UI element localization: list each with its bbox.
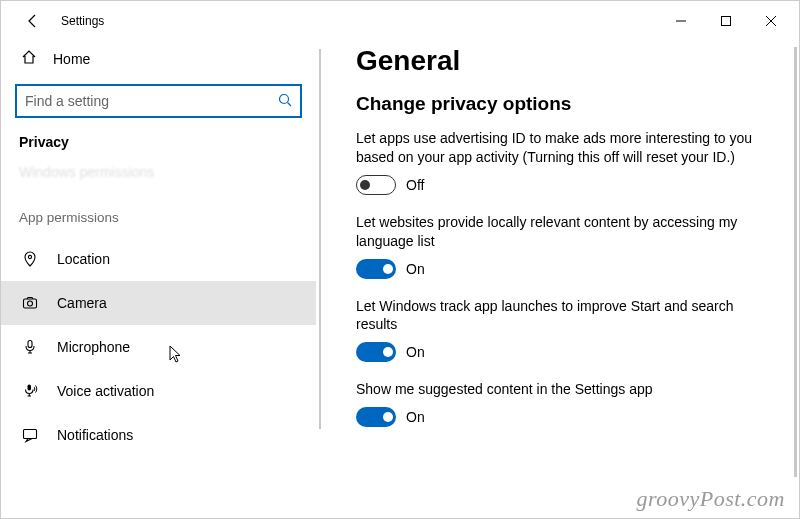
- toggle-advertising-id[interactable]: [356, 175, 396, 195]
- sidebar-home-label: Home: [53, 51, 90, 67]
- setting-language-list: Let websites provide locally relevant co…: [356, 213, 769, 279]
- sidebar-item-label: Notifications: [57, 427, 133, 443]
- titlebar: Settings: [1, 1, 799, 41]
- home-icon: [21, 49, 37, 68]
- toggle-language-list[interactable]: [356, 259, 396, 279]
- setting-advertising-id: Let apps use advertising ID to make ads …: [356, 129, 769, 195]
- sidebar-group-title: App permissions: [15, 204, 302, 231]
- toggle-suggested-content[interactable]: [356, 407, 396, 427]
- back-button[interactable]: [17, 5, 49, 37]
- svg-line-5: [288, 102, 292, 106]
- toggle-state-label: On: [406, 409, 425, 425]
- watermark: groovyPost.com: [636, 486, 785, 512]
- notifications-icon: [21, 426, 39, 444]
- sidebar-item-label: Camera: [57, 295, 107, 311]
- toggle-app-launches[interactable]: [356, 342, 396, 362]
- sidebar-item-location[interactable]: Location: [1, 237, 316, 281]
- svg-point-8: [28, 301, 33, 306]
- svg-point-4: [280, 94, 289, 103]
- main-scrollbar[interactable]: [794, 47, 797, 477]
- minimize-button[interactable]: [658, 6, 703, 36]
- toggle-state-label: On: [406, 344, 425, 360]
- toggle-state-label: Off: [406, 177, 424, 193]
- svg-rect-10: [28, 385, 32, 391]
- setting-suggested-content: Show me suggested content in the Setting…: [356, 380, 769, 427]
- close-button[interactable]: [748, 6, 793, 36]
- main-panel: General Change privacy options Let apps …: [316, 41, 799, 518]
- app-title: Settings: [61, 14, 104, 28]
- sidebar-item-label: Voice activation: [57, 383, 154, 399]
- search-icon: [278, 93, 292, 110]
- svg-point-6: [28, 255, 31, 258]
- sidebar-item-notifications[interactable]: Notifications: [1, 413, 316, 457]
- voice-activation-icon: [21, 382, 39, 400]
- svg-rect-9: [28, 341, 32, 348]
- camera-icon: [21, 294, 39, 312]
- toggle-state-label: On: [406, 261, 425, 277]
- setting-description: Let Windows track app launches to improv…: [356, 297, 769, 335]
- search-placeholder: Find a setting: [25, 93, 109, 109]
- page-heading: General: [356, 45, 769, 77]
- sidebar-item-voice-activation[interactable]: Voice activation: [1, 369, 316, 413]
- window-controls: [658, 6, 793, 36]
- sidebar-category: Privacy: [15, 132, 302, 152]
- setting-description: Let apps use advertising ID to make ads …: [356, 129, 769, 167]
- sidebar-item-label: Microphone: [57, 339, 130, 355]
- svg-rect-11: [24, 430, 37, 439]
- maximize-button[interactable]: [703, 6, 748, 36]
- setting-description: Show me suggested content in the Setting…: [356, 380, 769, 399]
- setting-description: Let websites provide locally relevant co…: [356, 213, 769, 251]
- search-input[interactable]: Find a setting: [15, 84, 302, 118]
- sidebar-item-microphone[interactable]: Microphone: [1, 325, 316, 369]
- svg-rect-7: [24, 299, 37, 308]
- location-icon: [21, 250, 39, 268]
- sidebar-scrollbar[interactable]: [319, 49, 321, 429]
- sidebar-faded-item[interactable]: Windows permissions: [15, 158, 302, 186]
- sidebar-item-camera[interactable]: Camera: [1, 281, 316, 325]
- page-subheading: Change privacy options: [356, 93, 769, 115]
- sidebar: Home Find a setting Privacy Windows perm…: [1, 41, 316, 518]
- microphone-icon: [21, 338, 39, 356]
- sidebar-home[interactable]: Home: [15, 41, 302, 76]
- sidebar-nav-list: Location Camera Microphone Voice activat…: [1, 237, 316, 457]
- svg-rect-1: [721, 17, 730, 26]
- setting-app-launches: Let Windows track app launches to improv…: [356, 297, 769, 363]
- sidebar-item-label: Location: [57, 251, 110, 267]
